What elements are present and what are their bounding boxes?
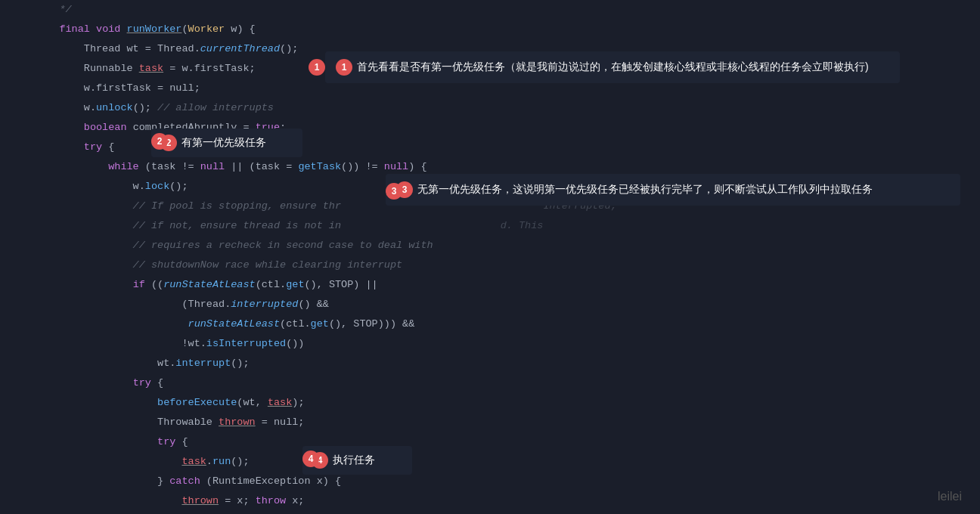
code-line: (Thread. interrupted () && xyxy=(35,295,980,314)
code-line: if (( runStateAtLeast (ctl. get (), STOP… xyxy=(35,275,980,295)
code-line: !wt. isInterrupted ()) xyxy=(35,334,980,354)
code-line: wt. interrupt (); xyxy=(35,354,980,373)
annotation-box-1: 1 首先看看是否有第一优先级任务（就是我前边说过的，在触发创建核心线程或非核心线… xyxy=(325,51,900,83)
annotation-text-1: 首先看看是否有第一优先级任务（就是我前边说过的，在触发创建核心线程或非核心线程的… xyxy=(357,59,869,75)
code-line: runStateAtLeast (ctl. get (), STOP))) && xyxy=(35,314,980,334)
annotation-box-2: 2 有第一优先级任务 xyxy=(151,128,302,157)
code-line: try { xyxy=(35,432,980,452)
code-line: Throwable thrown = null; xyxy=(35,413,980,432)
annotation-inline-badge-4: 4 xyxy=(302,451,319,467)
annotation-inline-badge-1: 1 xyxy=(309,59,325,76)
code-line: } catch (RuntimeException x) { xyxy=(35,472,980,491)
annotation-text-4: 执行任务 xyxy=(333,452,375,468)
code-line: // if not, ensure thread is not in d. Th… xyxy=(35,216,980,236)
code-line: // shutdownNow race while clearing inter… xyxy=(35,255,980,275)
code-line: task . run (); xyxy=(35,452,980,472)
code-line: beforeExecute (wt, task ); xyxy=(35,393,980,413)
left-gutter xyxy=(0,0,27,514)
code-line: try { xyxy=(35,373,980,393)
code-line: w. unlock (); // allow interrupts xyxy=(35,98,980,118)
code-line: */ xyxy=(35,0,980,20)
code-line: // requires a recheck in second case to … xyxy=(35,236,980,255)
annotation-inline-badge-2: 2 xyxy=(151,133,168,150)
annotation-box-3: 3 无第一优先级任务，这说明第一优先级任务已经被执行完毕了，则不断尝试从工作队列… xyxy=(386,174,960,206)
code-line: thrown = x; throw x; xyxy=(35,491,980,511)
annotation-text-3: 无第一优先级任务，这说明第一优先级任务已经被执行完毕了，则不断尝试从工作队列中拉… xyxy=(417,181,873,197)
annotation-inline-badge-3: 3 xyxy=(386,183,402,200)
annotation-text-2: 有第一优先级任务 xyxy=(181,135,266,150)
annotation-badge-1: 1 xyxy=(336,59,352,76)
code-line: final void runWorker ( Worker w) { xyxy=(35,20,980,39)
code-line: } catch (E ... xyxy=(35,511,980,514)
watermark: leilei xyxy=(938,490,962,503)
